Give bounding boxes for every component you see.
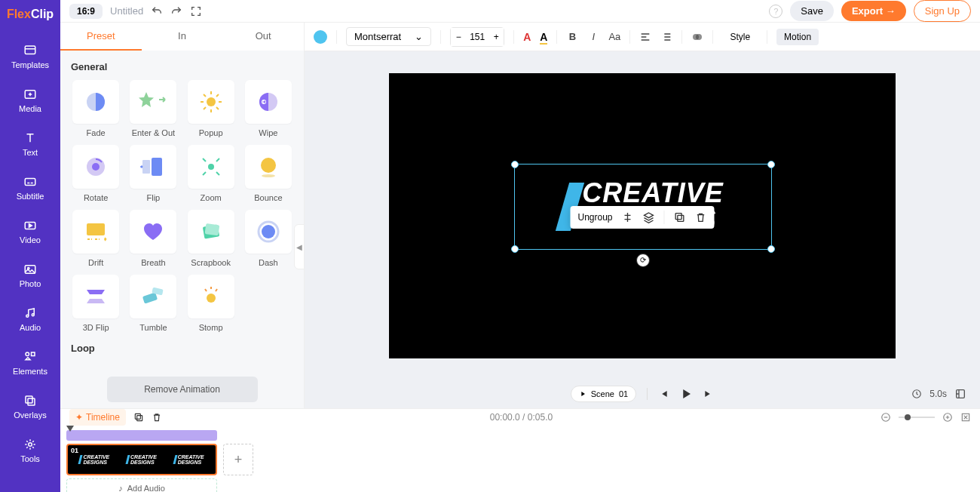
preset-bounce[interactable]: Bounce	[243, 145, 293, 202]
redo-icon[interactable]	[170, 5, 182, 17]
add-scene-button[interactable]: +	[223, 444, 253, 475]
delete-icon[interactable]	[695, 211, 707, 223]
aspect-ratio-pill[interactable]: 16:9	[69, 4, 103, 19]
resize-handle-bl[interactable]	[511, 245, 519, 253]
motion-track[interactable]	[66, 430, 217, 441]
preset-wipe[interactable]: Wipe	[243, 80, 293, 137]
elements-icon	[23, 350, 37, 364]
fullscreen-icon[interactable]	[190, 5, 202, 17]
sidebar-item-overlays[interactable]: Overlays	[0, 385, 60, 429]
resize-handle-tr[interactable]	[767, 161, 775, 168]
media-icon	[23, 88, 37, 101]
size-minus-button[interactable]: −	[451, 28, 466, 46]
prev-scene-icon[interactable]	[658, 389, 669, 399]
zoom-out-icon[interactable]	[880, 412, 891, 423]
letter-case-icon[interactable]: Aa	[608, 31, 620, 43]
text-color-icon[interactable]: A	[523, 31, 531, 43]
sidebar-item-video[interactable]: Video	[0, 210, 60, 254]
add-audio-button[interactable]: ♪Add Audio	[66, 478, 217, 492]
tab-preset[interactable]: Preset	[60, 23, 142, 51]
topbar: 16:9 Untitled ? Save Export → Sign Up	[60, 0, 980, 23]
zoom-slider[interactable]	[899, 417, 935, 418]
resize-handle-br[interactable]	[767, 245, 775, 253]
svg-point-21	[208, 164, 214, 170]
play-icon[interactable]	[679, 387, 693, 401]
timeline-header: ✦Timeline 00:00.0 / 0:05.0	[60, 408, 980, 426]
preset-rotate[interactable]: Rotate	[71, 145, 121, 202]
list-icon[interactable]	[660, 31, 672, 43]
timeline-icon: ✦	[75, 412, 83, 423]
highlight-icon[interactable]: A	[540, 31, 547, 43]
preset-3dflip[interactable]: 3D Flip	[71, 275, 121, 332]
canvas[interactable]: Ungroup ⟳	[389, 73, 896, 358]
align-vert-icon[interactable]	[622, 211, 634, 223]
copy-icon[interactable]	[674, 211, 686, 223]
duplicate-icon[interactable]	[133, 412, 144, 423]
sidebar-item-text[interactable]: Text	[0, 122, 60, 166]
sidebar-item-templates[interactable]: Templates	[0, 35, 60, 78]
font-selector[interactable]: Montserrat⌄	[346, 27, 431, 46]
motion-panel: Preset In Out General Fade Enter & Out P…	[60, 23, 305, 408]
sidebar-item-media[interactable]: Media	[0, 78, 60, 122]
svg-point-18	[92, 163, 100, 171]
tab-out[interactable]: Out	[222, 23, 304, 51]
layer-icon[interactable]	[643, 211, 655, 223]
preset-breath[interactable]: Breath	[128, 210, 178, 267]
color-swatch[interactable]	[314, 30, 327, 44]
remove-animation-button[interactable]: Remove Animation	[107, 377, 258, 402]
svg-point-27	[262, 225, 275, 238]
align-icon[interactable]	[639, 31, 651, 43]
preset-scrapbook[interactable]: Scrapbook	[186, 210, 236, 267]
sidebar-item-subtitle[interactable]: Subtitle	[0, 166, 60, 210]
preset-drift[interactable]: Drift	[71, 210, 121, 267]
ungroup-button[interactable]: Ungroup	[577, 212, 612, 223]
trash-icon[interactable]	[152, 412, 162, 423]
bold-icon[interactable]: B	[566, 31, 578, 43]
help-icon[interactable]: ?	[769, 5, 782, 18]
font-size-value[interactable]: 151	[466, 32, 488, 42]
section-loop: Loop	[71, 343, 293, 354]
collapse-panel-icon[interactable]: ◀	[294, 224, 304, 269]
zoom-in-icon[interactable]	[942, 412, 953, 423]
signup-button[interactable]: Sign Up	[914, 0, 971, 22]
undo-icon[interactable]	[151, 5, 163, 17]
resize-handle-tl[interactable]	[511, 161, 519, 168]
playhead-icon[interactable]	[66, 426, 74, 433]
sidebar-item-audio[interactable]: Audio	[0, 297, 60, 341]
fit-icon[interactable]	[960, 412, 971, 423]
motion-tabs: Preset In Out	[60, 23, 304, 51]
tab-in[interactable]: In	[142, 23, 223, 51]
size-plus-button[interactable]: +	[488, 28, 504, 46]
photo-icon	[23, 263, 37, 276]
timeline-tracks: 01 CREATIVEDESIGNS CREATIVEDESIGNS CREAT…	[60, 426, 980, 492]
preset-stomp[interactable]: Stomp	[186, 275, 236, 332]
scene-selector[interactable]: Scene 01	[571, 386, 636, 402]
svg-point-12	[29, 443, 32, 447]
next-scene-icon[interactable]	[703, 389, 714, 399]
expand-canvas-icon[interactable]	[954, 388, 966, 400]
project-title[interactable]: Untitled	[110, 5, 143, 17]
preset-dash[interactable]: Dash	[243, 210, 293, 267]
sidebar-item-photo[interactable]: Photo	[0, 254, 60, 297]
preset-tumble[interactable]: Tumble	[128, 275, 178, 332]
save-button[interactable]: Save	[790, 1, 834, 21]
preset-fade[interactable]: Fade	[71, 80, 121, 137]
effects-icon[interactable]	[691, 31, 703, 43]
timeline-toggle[interactable]: ✦Timeline	[69, 409, 126, 426]
scene-clip[interactable]: 01 CREATIVEDESIGNS CREATIVEDESIGNS CREAT…	[66, 444, 217, 475]
preset-zoom[interactable]: Zoom	[186, 145, 236, 202]
sidebar-item-elements[interactable]: Elements	[0, 341, 60, 385]
style-button[interactable]: Style	[722, 29, 758, 45]
editor-area: Montserrat⌄ − 151 + A A B I Aa	[305, 23, 980, 408]
svg-rect-19	[152, 158, 162, 176]
sidebar-item-tools[interactable]: Tools	[0, 429, 60, 472]
italic-icon[interactable]: I	[587, 31, 599, 43]
export-button[interactable]: Export →	[841, 1, 906, 21]
preset-popup[interactable]: Popup	[186, 80, 236, 137]
text-toolbar: Montserrat⌄ − 151 + A A B I Aa	[305, 23, 980, 51]
motion-button[interactable]: Motion	[776, 29, 819, 45]
preset-flip[interactable]: Flip	[128, 145, 178, 202]
preset-enter-out[interactable]: Enter & Out	[128, 80, 178, 137]
logo: FlexClip	[7, 8, 54, 21]
rotate-handle-icon[interactable]: ⟳	[636, 254, 650, 267]
